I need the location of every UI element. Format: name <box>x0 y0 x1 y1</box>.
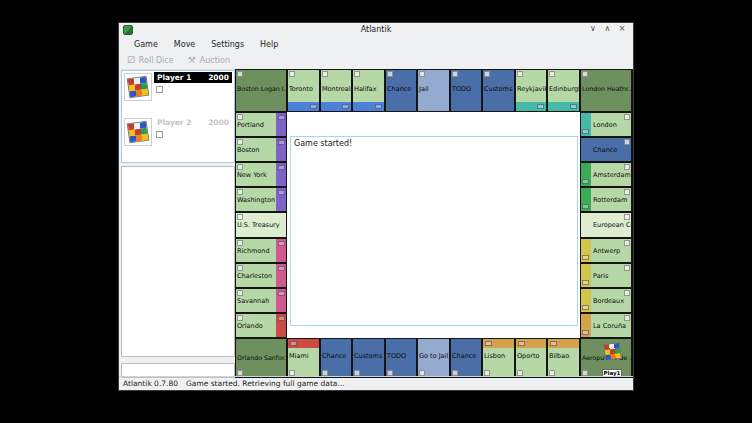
board-tile-portland[interactable]: Portland <box>235 112 287 137</box>
cart-icon <box>278 165 285 170</box>
board-tile-edinburgh[interactable]: Edinburgh <box>547 69 580 112</box>
board-tile-richmond[interactable]: Richmond <box>235 238 287 263</box>
board-tile-boston-logan-i[interactable]: Boston Logan I... <box>235 69 287 112</box>
cart-icon <box>537 104 544 109</box>
board-tile-bilbao[interactable]: Bilbao <box>547 338 580 378</box>
property-group-stripe <box>581 113 591 136</box>
menu-help[interactable]: Help <box>253 39 285 50</box>
board-tile-orlando[interactable]: Orlando <box>235 313 287 338</box>
board-tile-toronto[interactable]: Toronto <box>287 69 320 112</box>
player-list[interactable]: Player 12000Player 22000 <box>121 70 235 163</box>
status-message: Game started. Retrieving full game data.… <box>186 379 345 388</box>
board-tile-bordeaux[interactable]: Bordeaux <box>580 288 632 313</box>
board-center: Game started! <box>287 112 580 338</box>
tile-name: U.S. Treasury <box>237 222 285 229</box>
board-tile-miami[interactable]: Miami <box>287 338 320 378</box>
board-tile-la-coru-a[interactable]: La Coruña <box>580 313 632 338</box>
board-tile-go-to-jail[interactable]: Go to Jail <box>417 338 450 378</box>
cube-token-icon <box>127 121 150 144</box>
cube-token-icon <box>127 76 150 99</box>
tile-name: Chance <box>593 146 630 153</box>
cart-icon <box>310 104 317 109</box>
board-tile-orlando-sanfor[interactable]: Orlando Sanfor... <box>235 338 287 378</box>
board-tile-new-york[interactable]: New York <box>235 162 287 187</box>
board-tile-halifax[interactable]: Halifax <box>352 69 385 112</box>
board-tile-montreal[interactable]: Montreal <box>320 69 352 112</box>
player-checkbox[interactable] <box>156 86 163 93</box>
player-avatar <box>124 73 152 101</box>
tile-name: Bilbao <box>549 353 578 360</box>
close-icon[interactable]: × <box>617 24 628 33</box>
cart-icon <box>278 115 285 120</box>
board-tile-amsterdam[interactable]: Amsterdam <box>580 162 632 187</box>
cart-icon <box>278 140 285 145</box>
board-tile-paris[interactable]: Paris <box>580 263 632 288</box>
deed-icon <box>237 164 243 170</box>
board-tile-washington[interactable]: Washington <box>235 187 287 212</box>
board-tile-reykjavik[interactable]: Reykjavik <box>515 69 547 112</box>
tile-name: European Cent... <box>593 222 630 229</box>
deed-icon <box>624 139 630 145</box>
board-tile-u-s-treasury[interactable]: U.S. Treasury <box>235 212 287 238</box>
atlantik-window: Atlantik ∨ ∧ × Game Move Settings Help ⚂… <box>118 22 634 391</box>
auction-label: Auction <box>200 56 230 65</box>
window-title: Atlantik <box>119 25 633 34</box>
deed-icon <box>237 139 243 145</box>
tile-name: Bordeaux <box>593 297 630 304</box>
player-cash: 2000 <box>208 118 229 127</box>
board-tile-rotterdam[interactable]: Rotterdam <box>580 187 632 212</box>
deed-icon <box>237 71 243 77</box>
deed-icon <box>237 240 243 246</box>
board-tile-todo[interactable]: TODO <box>450 69 482 112</box>
property-group-stripe <box>581 264 591 287</box>
board-tile-customs[interactable]: Customs <box>482 69 515 112</box>
titlebar[interactable]: Atlantik ∨ ∧ × <box>119 23 633 37</box>
board-tile-todo[interactable]: TODO <box>385 338 417 378</box>
board-tile-london-heathr[interactable]: London Heathr... <box>580 69 632 112</box>
auction-button[interactable]: ⚒ Auction <box>188 56 230 65</box>
board-tile-chance[interactable]: Chance <box>450 338 482 378</box>
minimize-icon[interactable]: ∨ <box>588 24 599 33</box>
player-row[interactable]: Player 22000 <box>122 116 234 161</box>
board-tile-antwerp[interactable]: Antwerp <box>580 238 632 263</box>
tile-name: Toronto <box>289 85 318 92</box>
tile-name: TODO <box>452 85 480 92</box>
player-row[interactable]: Player 12000 <box>122 71 234 116</box>
board-tile-oporto[interactable]: Oporto <box>515 338 547 378</box>
window-controls: ∨ ∧ × <box>588 24 628 33</box>
player-checkbox[interactable] <box>156 131 163 138</box>
board-tile-lisbon[interactable]: Lisbon <box>482 338 515 378</box>
board-tile-chance[interactable]: Chance <box>385 69 417 112</box>
cart-icon <box>278 241 285 246</box>
board-tile-customs[interactable]: Customs <box>352 338 385 378</box>
tile-name: TODO <box>387 353 415 360</box>
maximize-icon[interactable]: ∧ <box>602 24 613 33</box>
menu-game[interactable]: Game <box>127 39 165 50</box>
player-token: Play1 <box>600 343 624 378</box>
deed-icon <box>237 290 243 296</box>
menu-move[interactable]: Move <box>167 39 202 50</box>
cart-icon <box>375 104 382 109</box>
board-tile-european-cent[interactable]: European Cent... <box>580 212 632 238</box>
board-tile-aeropuerto-de[interactable]: Aeropuerto de ...Play1 <box>580 338 632 378</box>
deed-icon <box>484 71 490 77</box>
menu-settings[interactable]: Settings <box>204 39 251 50</box>
cart-icon <box>342 104 349 109</box>
tile-name: Antwerp <box>593 247 630 254</box>
board-tile-savannah[interactable]: Savannah <box>235 288 287 313</box>
board-tile-jail[interactable]: Jail <box>417 69 450 112</box>
property-group-stripe <box>353 102 384 111</box>
roll-dice-button[interactable]: ⚂ Roll Dice <box>127 56 174 65</box>
event-log[interactable] <box>121 166 235 357</box>
board-tile-chance[interactable]: Chance <box>580 137 632 162</box>
tile-name: Boston <box>237 146 285 153</box>
tile-name: Oporto <box>517 353 545 360</box>
cart-icon <box>582 255 589 260</box>
board-tile-boston[interactable]: Boston <box>235 137 287 162</box>
property-group-stripe <box>288 102 319 111</box>
tile-name: London <box>593 121 630 128</box>
board-tile-chance[interactable]: Chance <box>320 338 352 378</box>
cart-icon <box>582 280 589 285</box>
board-tile-london[interactable]: London <box>580 112 632 137</box>
board-tile-charleston[interactable]: Charleston <box>235 263 287 288</box>
